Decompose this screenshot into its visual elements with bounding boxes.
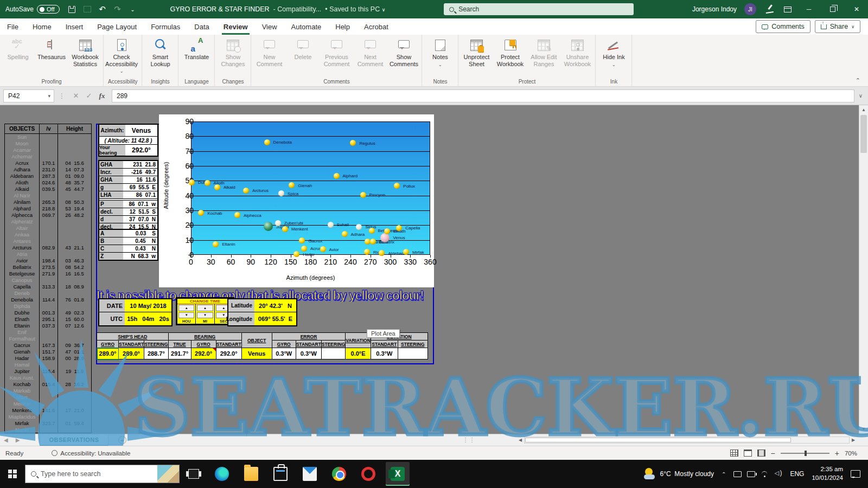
results-cell[interactable]: Venus [241,348,272,359]
objects-row-bellatrix[interactable]: Bellatrix273.508 54.2 [5,264,92,271]
display-tray-icon[interactable] [733,471,742,477]
bearing-value[interactable]: 292.0° [125,146,157,154]
scroll-right-icon[interactable]: ▶ [850,438,857,442]
formula-bar-expand-icon[interactable]: ∨ [859,93,868,99]
objects-row-alkaid[interactable]: Alkaid039.545 44.7 [5,186,92,192]
objects-row-alnilam[interactable]: Alnilam265.308 50.3 [5,199,92,206]
scroll-left-icon[interactable]: ◀ [516,438,524,442]
ribbon-button-check-accessibility[interactable]: Check Accessibility⌄ [105,36,138,74]
objects-row-menkent[interactable]: Menkent141.617 21.0 [5,407,92,414]
objects-row-miaplacidus[interactable]: Miaplacidus [5,414,92,420]
insert-function-icon[interactable]: fx [95,92,108,100]
date-field[interactable]: 10 May/ 2018 [125,299,171,312]
objects-row-arcturus[interactable]: Arcturus082.943 21.1 [5,245,92,251]
taskbar-app-mail[interactable] [298,462,322,486]
undo-icon[interactable]: ↶ [98,4,107,14]
objects-row-hadar[interactable]: Hadar158.900 28.9 [5,355,92,362]
objects-row-aldebaran[interactable]: Aldebaran287.301 09.0 [5,173,92,179]
minimize-button[interactable]: ─ [801,1,817,17]
objects-row-acamar[interactable]: Acamar [5,147,92,153]
results-cell[interactable]: 292.0° [216,348,241,359]
objects-row-hamal[interactable]: Hamal [5,362,92,368]
horizontal-scrollbar[interactable]: ◀ ▶ [516,435,857,444]
add-sheet-icon[interactable]: + [118,436,126,444]
vertical-scrollbar[interactable]: ▲ ▼ [859,105,868,434]
ribbon-button-translate[interactable]: Translate [180,36,213,61]
worksheet[interactable]: OBJECTS/vHeightSunMoonAcamarAchernarAcru… [0,105,868,434]
volume-icon[interactable] [774,471,782,477]
titlebar-search[interactable]: Search [444,3,634,15]
ribbon-button-show-comments[interactable]: Show Comments [387,36,420,67]
objects-row-nunki[interactable]: Nunki [5,427,92,433]
objects-row-markab[interactable]: Markab [5,388,92,394]
ink-pen-icon[interactable] [764,5,775,14]
accessibility-status[interactable]: Accessibility: Unavailable [60,450,130,457]
objects-row-betelgeuse[interactable]: Betelgeuse271.916 16.5 [5,271,92,277]
objects-row-al-na-ir[interactable]: Al Na'ir [5,192,92,199]
clock[interactable]: 2:35 am 10/01/2024 [812,465,843,482]
results-cell[interactable]: 292.0° [191,348,216,359]
objects-row-sun[interactable]: Sun [5,134,92,140]
objects-row-mirfak[interactable]: Mirfak323.701 59.4 [5,420,92,427]
search-highlight-image[interactable] [157,465,179,483]
results-cell[interactable]: 0.3°W [272,348,296,359]
save-icon[interactable] [67,4,77,14]
autosave-toggle[interactable]: AutoSave Off [5,5,60,14]
results-cell[interactable] [398,348,427,359]
qat-customize-chevron-icon[interactable]: ⌄ [128,4,138,14]
taskbar-app-chrome[interactable] [327,462,351,486]
objects-row-deneb[interactable]: Deneb [5,290,92,297]
longitude-field[interactable]: 069° 55.5' E [254,312,296,325]
utc-field[interactable]: 15h 04m 20s [125,312,171,325]
tab-help[interactable]: Help [328,18,357,35]
objects-row-kochab[interactable]: Kochab015.428 16.2 [5,381,92,388]
zoom-slider[interactable] [781,453,829,454]
sheet-nav-left-icon[interactable]: ◀ [0,437,12,443]
objects-row-gacrux[interactable]: Gacrux167.309 36.7 [5,342,92,349]
name-box[interactable]: P42▾ [3,89,54,102]
tab-file[interactable]: File [0,18,25,35]
spin-down-icon[interactable]: ▼ [178,312,194,319]
vertical-scroll-thumb[interactable] [860,115,867,153]
objects-row-achernar[interactable]: Achernar [5,153,92,160]
restore-button[interactable] [825,1,841,17]
ribbon-button-protect-workbook[interactable]: Protect Workbook [493,36,527,67]
ribbon-button-hide-ink[interactable]: Hide Ink⌄ [597,36,630,67]
comments-button[interactable]: Comments [756,20,810,33]
objects-row-adhara[interactable]: Adhara231.014 07.3 [5,166,92,173]
user-name[interactable]: Jorgeson Indoy [692,5,737,13]
cancel-icon[interactable]: ✕ [69,92,82,100]
zoom-level[interactable]: 70% [845,450,857,457]
tab-page-layout[interactable]: Page Layout [90,18,144,35]
enter-icon[interactable]: ✓ [82,92,95,100]
formula-input[interactable]: 289 [112,89,854,102]
objects-row-mars[interactable]: Mars [5,394,92,401]
objects-row-dubhe[interactable]: Dubhe001.349 02.3 [5,310,92,316]
page-break-view-icon[interactable] [757,450,765,457]
tab-insert[interactable]: Insert [59,18,91,35]
objects-row-alpheratz[interactable]: Alpheratz [5,219,92,225]
tab-data[interactable]: Data [187,18,216,35]
objects-row-antares[interactable]: Antares [5,238,92,245]
ribbon-button-workbook-statistics[interactable]: Workbook Statistics [68,36,102,67]
qat-extra-icon[interactable] [82,4,92,14]
sheet-nav-right-icon[interactable]: ▶ [12,437,24,443]
weather-widget[interactable]: 6°C Mostly cloudy [644,468,714,480]
taskbar-app-opera[interactable] [356,462,380,486]
objects-row-kaus-aust-[interactable]: Kaus Aust. [5,375,92,381]
taskbar-search[interactable]: Type here to search [25,465,180,483]
normal-view-icon[interactable] [730,450,738,457]
objects-row-canopus[interactable]: Canopus [5,277,92,284]
objects-row-ankaa[interactable]: Ankaa [5,232,92,238]
results-cell[interactable]: 289.0° [97,348,119,359]
star-finder-chart[interactable]: 0102030405060708090030609012015018021024… [159,114,434,287]
objects-row-jupiter[interactable]: Jupiter116.419 11.9 [5,368,92,375]
page-layout-view-icon[interactable] [744,450,752,457]
azimuth-object[interactable]: Venus [125,127,157,134]
tab-splitter-handle[interactable]: ⋮⋮ [463,436,476,444]
tab-review[interactable]: Review [216,18,255,35]
spin-up-icon[interactable]: ▲ [178,305,194,311]
results-cell[interactable]: 289.0° [119,348,144,359]
objects-row-diphda[interactable]: Diphda [5,303,92,310]
objects-row-atria[interactable]: Atria [5,251,92,258]
